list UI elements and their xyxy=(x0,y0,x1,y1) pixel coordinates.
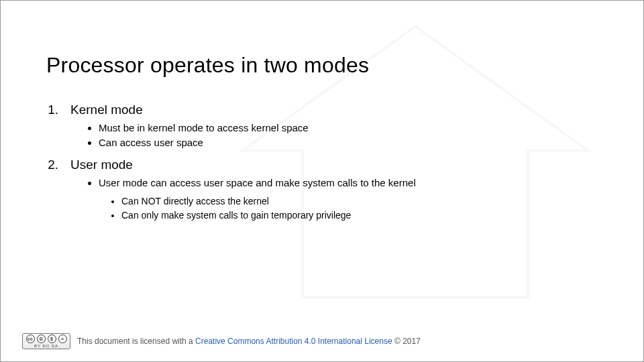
slide-body: 1. Kernel mode Must be in kernel mode to… xyxy=(46,101,596,229)
cc-logo-icon: cc xyxy=(26,335,35,343)
slide-title: Processor operates in two modes xyxy=(46,53,369,78)
bullet-list: Must be in kernel mode to access kernel … xyxy=(99,121,596,150)
slide: Processor operates in two modes 1. Kerne… xyxy=(0,0,644,362)
cc-bar-label: BY NC SA xyxy=(34,344,58,348)
item-number: 1. xyxy=(46,101,58,119)
item-label: User mode xyxy=(70,156,133,174)
copyright-year: 2017 xyxy=(394,337,421,346)
footer-prefix: This document is licensed with a xyxy=(77,337,195,346)
cc-by-icon: ① xyxy=(37,335,46,343)
list-item: 2. User mode User mode can access user s… xyxy=(46,156,596,222)
item-number: 2. xyxy=(46,156,58,174)
footer: cc ① $ = BY NC SA This document is licen… xyxy=(22,333,421,349)
sub-bullet-list: Can NOT directly access the kernel Can o… xyxy=(121,195,596,222)
bullet: Can access user space xyxy=(99,136,596,149)
bullet: User mode can access user space and make… xyxy=(99,176,596,190)
bullet-list: User mode can access user space and make… xyxy=(99,176,596,190)
cc-badge-icon: cc ① $ = BY NC SA xyxy=(22,333,70,349)
sub-bullet: Can NOT directly access the kernel xyxy=(121,195,596,208)
cc-nc-icon: $ xyxy=(48,335,56,343)
item-label: Kernel mode xyxy=(70,101,143,119)
bullet: Must be in kernel mode to access kernel … xyxy=(99,121,596,135)
license-link[interactable]: Creative Commons Attribution 4.0 Interna… xyxy=(195,337,392,346)
list-item: 1. Kernel mode Must be in kernel mode to… xyxy=(46,101,596,149)
footer-text: This document is licensed with a Creativ… xyxy=(77,337,421,346)
cc-sa-icon: = xyxy=(58,335,67,343)
sub-bullet: Can only make system calls to gain tempo… xyxy=(121,209,596,222)
